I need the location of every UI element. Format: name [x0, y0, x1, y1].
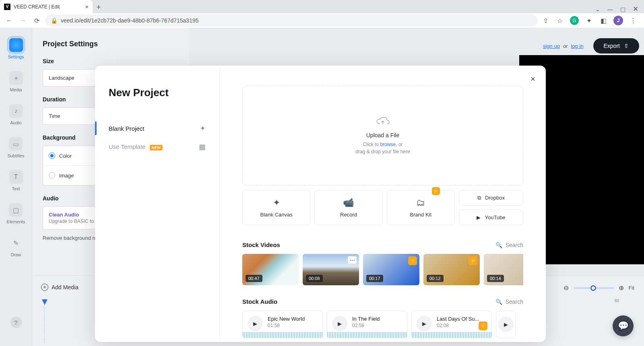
- more-icon[interactable]: ⋯: [348, 256, 357, 264]
- playhead-marker-icon: [42, 299, 47, 305]
- rail-text[interactable]: T Text: [9, 170, 23, 191]
- play-icon[interactable]: ▶: [498, 317, 514, 332]
- rail-subtitles[interactable]: ▭ Subtitles: [7, 137, 24, 158]
- window-controls: ⌄ — ▢ ✕: [590, 5, 644, 13]
- close-window-icon[interactable]: ✕: [633, 5, 638, 13]
- radio-icon: [49, 152, 55, 159]
- lock-icon: 🔒: [51, 17, 58, 24]
- new-tab-button[interactable]: +: [93, 1, 105, 13]
- blank-canvas-card[interactable]: ✦ Blank Canvas: [242, 190, 310, 225]
- add-media-button[interactable]: + Add Media: [41, 284, 78, 291]
- upload-dropzone[interactable]: Upload a File Click to browse, or drag &…: [242, 86, 523, 185]
- fit-button[interactable]: Fit: [629, 285, 634, 291]
- bookmark-icon[interactable]: ☆: [555, 16, 564, 25]
- stock-video-search[interactable]: 🔍 Search: [495, 242, 523, 248]
- minimize-icon[interactable]: —: [607, 6, 613, 12]
- reload-button[interactable]: ⟳: [31, 15, 42, 26]
- source-row: ✦ Blank Canvas 📹 Record ⚡ 🗂 Brand Kit ⧉ …: [242, 190, 523, 225]
- modal-main: × Upload a File Click to browse, or drag…: [220, 66, 546, 342]
- stock-video-thumb[interactable]: ⚡00:12: [423, 254, 480, 285]
- url-field[interactable]: 🔒 veed.io/edit/1e2cb72b-dae9-48b0-87b6-7…: [45, 14, 538, 27]
- blank-project-option[interactable]: Blank Project ✦: [109, 119, 206, 138]
- chevron-down-icon[interactable]: ⌄: [595, 6, 600, 12]
- stock-video-thumb[interactable]: ⚡00:17: [363, 254, 419, 285]
- stock-audio-card[interactable]: ▶ In The Field02:59: [327, 311, 407, 338]
- waveform: [327, 332, 407, 338]
- zoom-slider[interactable]: [574, 287, 614, 289]
- address-bar: ← → ⟳ 🔒 veed.io/edit/1e2cb72b-dae9-48b0-…: [0, 13, 644, 28]
- record-card[interactable]: 📹 Record: [314, 190, 382, 225]
- url-text: veed.io/edit/1e2cb72b-dae9-48b0-87b6-767…: [61, 17, 199, 24]
- stock-audio-card[interactable]: ▶ Epic New World01:58: [242, 311, 323, 338]
- back-button[interactable]: ←: [4, 15, 14, 26]
- source-col: ⧉ Dropbox ▶ YouTube: [459, 190, 523, 225]
- browser-tab-strip: V VEED CREATE | Edit × + ⌄ — ▢ ✕: [0, 0, 644, 13]
- stock-video-thumb[interactable]: 00:14: [484, 254, 523, 285]
- plus-circle-icon: +: [41, 284, 48, 291]
- youtube-card[interactable]: ▶ YouTube: [459, 210, 523, 225]
- playhead-line: [44, 305, 45, 343]
- zoom-out-icon[interactable]: ⊖: [564, 284, 569, 292]
- use-template-option[interactable]: Use Template NEW ▦: [109, 138, 206, 156]
- grammarly-icon[interactable]: G: [570, 16, 579, 25]
- browser-tab[interactable]: V VEED CREATE | Edit ×: [0, 0, 93, 13]
- forward-button[interactable]: →: [18, 15, 28, 26]
- rail-draw[interactable]: ✎ Draw: [9, 236, 23, 257]
- sparkle-icon: ✦: [200, 124, 206, 133]
- playhead[interactable]: [42, 299, 47, 343]
- new-project-modal: New Project Blank Project ✦ Use Template…: [95, 66, 546, 342]
- left-rail: Settings ＋ Media ♪ Audio ▭ Subtitles T T…: [0, 28, 32, 346]
- chat-button[interactable]: 💬: [613, 315, 634, 336]
- stock-video-thumb[interactable]: 00:47: [242, 254, 299, 285]
- modal-sidebar: New Project Blank Project ✦ Use Template…: [95, 66, 220, 342]
- timeline-zoom-controls: ⊖ ⊕ Fit: [564, 284, 634, 292]
- pro-badge-icon: ⚡: [469, 256, 477, 265]
- text-icon: T: [9, 170, 23, 184]
- browse-link[interactable]: browse: [380, 142, 396, 147]
- stock-audio-card[interactable]: ▶: [496, 311, 516, 338]
- close-modal-button[interactable]: ×: [530, 74, 535, 84]
- rail-media[interactable]: ＋ Media: [9, 71, 23, 92]
- menu-icon[interactable]: ⋮: [629, 16, 638, 25]
- new-badge: NEW: [150, 145, 163, 150]
- brand-kit-card[interactable]: ⚡ 🗂 Brand Kit: [387, 190, 455, 225]
- play-icon[interactable]: ▶: [417, 316, 432, 331]
- play-icon[interactable]: ▶: [248, 316, 263, 331]
- maximize-icon[interactable]: ▢: [620, 6, 625, 12]
- youtube-icon: ▶: [477, 214, 481, 220]
- dropbox-icon: ⧉: [477, 195, 481, 201]
- search-icon: 🔍: [495, 242, 502, 248]
- help-button[interactable]: ?: [10, 317, 22, 328]
- camera-icon: 📹: [343, 198, 354, 208]
- search-icon: 🔍: [495, 299, 502, 305]
- timeline-scale-mark: 60: [615, 299, 619, 303]
- play-icon[interactable]: ▶: [332, 316, 347, 331]
- pro-badge-icon: ⚡: [408, 256, 417, 265]
- subtitles-icon: ▭: [9, 137, 23, 151]
- rail-settings[interactable]: Settings: [8, 38, 24, 59]
- zoom-in-icon[interactable]: ⊕: [619, 284, 624, 292]
- brand-icon: 🗂: [416, 198, 425, 208]
- radio-icon: [49, 172, 55, 179]
- template-icon: ▦: [199, 142, 206, 151]
- cloud-upload-icon: [376, 116, 390, 127]
- favicon: V: [4, 4, 10, 10]
- rail-elements[interactable]: ▢ Elements: [7, 203, 25, 224]
- stock-video-thumb[interactable]: ⋯00:08: [303, 254, 359, 285]
- waveform: [412, 332, 491, 338]
- rail-audio[interactable]: ♪ Audio: [9, 104, 23, 125]
- pro-badge-icon: ⚡: [479, 321, 487, 330]
- stock-audio-search[interactable]: 🔍 Search: [495, 299, 523, 305]
- share-icon[interactable]: ⇧: [541, 16, 550, 25]
- stock-audio-card[interactable]: ▶ Last Days Of Su...02:08 ⚡: [411, 311, 492, 338]
- pro-badge-icon: ⚡: [432, 187, 440, 195]
- chat-icon: 💬: [618, 321, 629, 331]
- zoom-handle[interactable]: [590, 285, 596, 291]
- dropbox-card[interactable]: ⧉ Dropbox: [459, 190, 523, 206]
- close-tab-icon[interactable]: ×: [85, 3, 89, 10]
- size-label: Size: [43, 58, 179, 64]
- sidebar-icon[interactable]: ◧: [599, 16, 608, 25]
- extensions-icon[interactable]: ✦: [584, 16, 593, 25]
- plus-icon: ＋: [9, 71, 23, 85]
- profile-avatar[interactable]: J: [613, 16, 623, 25]
